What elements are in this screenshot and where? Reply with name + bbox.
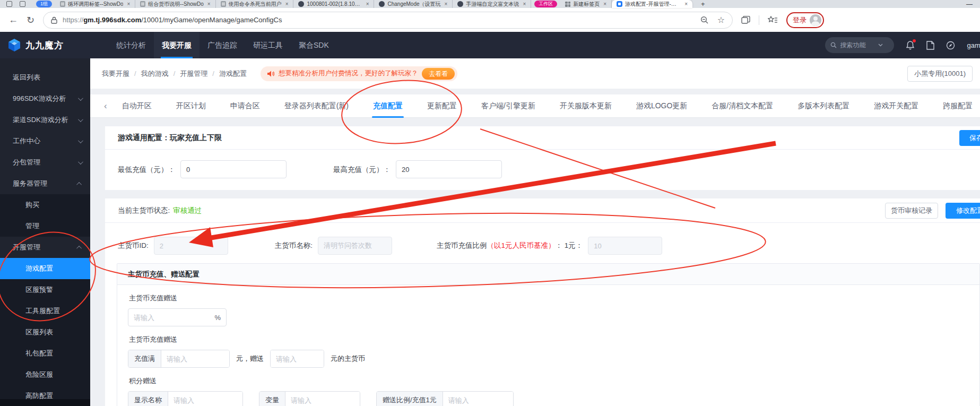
browser-tab-new-tab-page[interactable]: 新建标签页× (560, 0, 612, 8)
points-variable-input[interactable] (285, 392, 360, 406)
sidebar-item-zone-warning[interactable]: 区服预警 (0, 279, 90, 300)
percent-gift-input[interactable] (134, 314, 211, 322)
save-button[interactable]: 保存 (959, 130, 980, 146)
zoom-out-icon[interactable] (700, 16, 709, 24)
document-button[interactable] (926, 41, 934, 50)
close-icon[interactable]: × (603, 1, 606, 7)
tab-open-zone-plan[interactable]: 开区计划 (176, 101, 206, 111)
breadcrumb-item[interactable]: 开服管理 (180, 69, 207, 79)
sidebar-item-purchase[interactable]: 购买 (0, 194, 90, 215)
browser-tab[interactable]: 循环调用标签--ShowDo× (55, 0, 135, 8)
sidebar-item-gift-config[interactable]: 礼包配置 (0, 343, 90, 364)
tab-launcher-list-config[interactable]: 登录器列表配置(新) (284, 101, 349, 111)
collections-icon[interactable] (741, 16, 750, 24)
nav-item-stats[interactable]: 统计分析 (108, 32, 154, 58)
sidebar-item-manage[interactable]: 管理 (0, 215, 90, 237)
tier-gift-input[interactable] (271, 350, 324, 367)
min-recharge-label: 最低充值（元）： (118, 166, 175, 174)
percent-gift-label: 主货币充值赠送 (129, 293, 969, 303)
sidebar-group-work-center[interactable]: 工作中心 (0, 131, 90, 152)
back-icon[interactable]: ← (8, 14, 18, 25)
breadcrumb-item[interactable]: 我要开服 (102, 69, 129, 79)
points-ratio-input[interactable] (443, 392, 513, 406)
tab-merge-wipe-text-config[interactable]: 合服/清档文本配置 (712, 101, 773, 111)
sidebar-group-package-manage[interactable]: 分包管理 (0, 152, 90, 173)
function-search[interactable] (825, 37, 894, 53)
points-gift-label: 积分赠送 (129, 376, 969, 386)
browser-tab[interactable]: 使用命令杀死当前用户× (216, 0, 294, 8)
tab-update-config[interactable]: 更新配置 (427, 101, 457, 111)
nav-item-open-server[interactable]: 我要开服 (154, 32, 200, 58)
nav-item-ad-tracking[interactable]: 广告追踪 (200, 32, 245, 58)
compass-icon[interactable] (946, 41, 955, 50)
browser-tab[interactable]: ChangeMode（设置玩× (374, 0, 453, 8)
points-display-name-addon: 显示名称 (128, 392, 168, 406)
tab-game-logo-update[interactable]: 游戏LOGO更新 (636, 101, 687, 111)
url-text: https://gm.tj.996sdk.com/10001/myGame/op… (63, 16, 282, 24)
lock-icon (51, 16, 57, 24)
tab-game-switch-config[interactable]: 游戏开关配置 (874, 101, 918, 111)
bookmark-star-icon[interactable]: ☆ (717, 15, 725, 25)
sidebar-item-danger-zone[interactable]: 危险区服 (0, 364, 90, 385)
app-logo[interactable]: 九九魔方 (7, 38, 64, 52)
tab-recharge-config[interactable]: 充值配置 (373, 101, 403, 111)
tab-group-1[interactable]: 1组 (36, 1, 52, 7)
close-icon[interactable]: × (207, 1, 211, 7)
sidebar-item-game-config[interactable]: 游戏配置 (0, 258, 90, 279)
new-tab-button[interactable]: + (701, 0, 705, 8)
app-favicon (617, 1, 622, 7)
max-recharge-input[interactable] (396, 160, 502, 178)
address-bar[interactable]: https://gm.tj.996sdk.com/10001/myGame/op… (43, 12, 733, 29)
close-icon[interactable]: × (366, 1, 369, 7)
tab-group-2[interactable]: 工作区 (534, 1, 557, 7)
notifications-button[interactable] (906, 40, 915, 50)
minimize-button[interactable]: — (966, 1, 973, 8)
sidebar-group-open-server-manage[interactable]: 开服管理 (0, 237, 90, 258)
refresh-icon[interactable]: ↻ (27, 14, 34, 26)
nav-item-sdk[interactable]: 聚合SDK (291, 32, 337, 58)
window-icon[interactable] (6, 1, 12, 7)
tab-cross-server-config[interactable]: 跨服配置 (943, 101, 973, 111)
sidebar-group-server-manage[interactable]: 服务器管理 (0, 173, 90, 194)
close-icon[interactable]: × (285, 1, 289, 7)
tab-client-engine-update[interactable]: 客户端/引擎更新 (481, 101, 535, 111)
sidebar-item-zone-list[interactable]: 区服列表 (0, 322, 90, 343)
close-icon[interactable]: × (445, 1, 448, 7)
tier-gift-row: 充值满 元，赠送 元的主货币 (128, 350, 969, 368)
tier-amount-input[interactable] (161, 350, 229, 367)
currency-name-label: 主货币名称: (275, 241, 313, 250)
currency-ratio-label: 主货币充值比例（以1元人民币基准）： 1元： (437, 241, 583, 250)
sidebar-group-996sdk-analytics[interactable]: 996SDK游戏分析 (0, 88, 90, 109)
browser-tab[interactable]: 组合货币说明--ShowDo× (135, 0, 215, 8)
browser-tab-active[interactable]: 游戏配置-开服管理-我的× (612, 0, 692, 8)
tab-auto-open-zone[interactable]: 自动开区 (122, 101, 152, 111)
breadcrumb-item[interactable]: 游戏配置 (219, 69, 247, 79)
favorites-bar-icon[interactable] (768, 16, 778, 24)
tab-switch-server-version-update[interactable]: 开关服版本更新 (560, 101, 612, 111)
breadcrumb-item[interactable]: 我的游戏 (141, 69, 169, 79)
browser-tab[interactable]: 手游端自定义富文本说× (453, 0, 531, 8)
browser-sign-in-button[interactable]: 登录 (786, 12, 824, 28)
banner-go-button[interactable]: 去看看 (422, 68, 455, 80)
tabs-scroll-left-icon[interactable]: ‹ (104, 101, 107, 111)
tab-apply-merge-zone[interactable]: 申请合区 (230, 101, 260, 111)
sidebar-group-channel-sdk-analytics[interactable]: 渠道SDK游戏分析 (0, 109, 90, 131)
window-icon[interactable] (20, 1, 25, 7)
currency-review-log-button[interactable]: 货币审核记录 (885, 203, 938, 219)
close-icon[interactable]: × (684, 1, 688, 7)
browser-tab[interactable]: 1000801-002(1.8.108)--× (293, 0, 374, 8)
document-icon (140, 1, 145, 7)
username-partial[interactable]: game (967, 41, 980, 49)
modify-config-button[interactable]: 修改配置 (946, 203, 980, 219)
search-input[interactable] (840, 41, 875, 49)
points-display-name-input[interactable] (168, 392, 242, 406)
min-recharge-input[interactable] (180, 160, 287, 178)
close-icon[interactable]: × (523, 1, 526, 7)
game-selector[interactable]: 小黑专用(10001) (907, 66, 973, 82)
close-icon[interactable]: × (127, 1, 130, 7)
sidebar-item-tool-server-config[interactable]: 工具服配置 (0, 300, 90, 322)
sidebar-item-back-to-list[interactable]: 返回列表 (0, 67, 90, 88)
nav-item-tools[interactable]: 研运工具 (245, 32, 291, 58)
toolbar-divider (759, 15, 759, 25)
tab-multi-version-list-config[interactable]: 多版本列表配置 (797, 101, 849, 111)
